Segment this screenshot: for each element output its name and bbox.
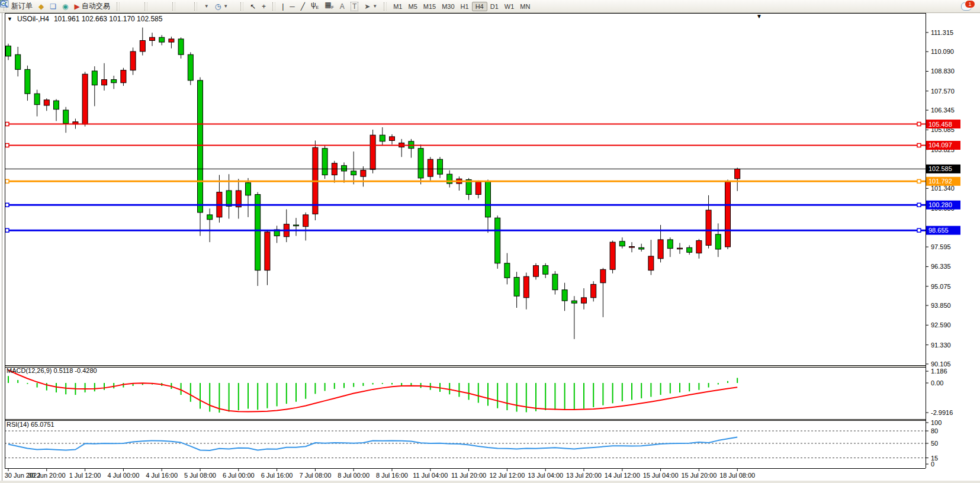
autoscroll-button[interactable] [179,0,185,12]
vertical-line-icon: | [282,3,284,10]
fibonacci-icon: ψE [311,1,319,11]
arrows-icon: ➤ [364,3,370,10]
new-chart-button[interactable]: ▼ [201,0,212,12]
chat-icon: 1 [961,2,972,11]
chart-ohlc-values: 101.961 102.663 101.170 102.585 [54,15,163,23]
fibo-grid-tool[interactable]: ▦F [322,0,337,12]
chevron-down-icon: ▼ [372,4,377,9]
toolbar-grip[interactable] [384,2,387,11]
zoom-in-button[interactable] [151,0,157,12]
toolbar-grip[interactable] [172,2,175,11]
tim eframe-m15[interactable]: M15 [420,2,439,11]
mt4-window: 新订单 ◆ ❏ ◉ ▶ 自动交易 [0,0,980,483]
fibonacci-tool[interactable]: ψE [308,0,322,12]
chevron-down-icon: ▼ [204,4,209,9]
bar-chart-button[interactable] [123,0,129,12]
notifications-button[interactable]: 1 [958,0,975,12]
zoom-out-button[interactable] [157,0,163,12]
cursor-icon: ↖ [250,3,256,10]
candlestick-button[interactable] [129,0,135,12]
timeframe-m30[interactable]: M30 [439,2,457,11]
timeframe-d1[interactable]: D1 [487,2,502,11]
timeframe-h1[interactable]: H1 [458,2,472,11]
resistance-line-1-handle[interactable] [917,123,921,126]
resistance-line-1-handle[interactable] [5,123,9,126]
main-toolbar: 新订单 ◆ ❏ ◉ ▶ 自动交易 [0,0,980,13]
pivot-line-handle[interactable] [5,179,9,183]
notification-badge: 1 [965,0,975,8]
new-order-button[interactable]: 新订单 [8,0,36,12]
chart-symbol-period: USOil-,H4 [17,15,49,23]
crosshair-icon: + [262,3,266,10]
autotrade-icon: ▶ [74,3,79,10]
chart-shift-button[interactable] [185,0,191,12]
chart-info-line: ▼ USOil-,H4 101.961 102.663 101.170 102.… [7,15,162,23]
support-line-1-handle[interactable] [5,203,9,207]
horizontal-line-icon: ─ [290,3,295,10]
broadcast-icon: ◉ [62,3,68,10]
time-axis[interactable] [5,468,926,481]
vertical-line-tool[interactable]: | [279,0,287,12]
rsi-indicator-label: RSI(14) 65.0751 [7,421,54,428]
toolbar-grip[interactable] [194,2,197,11]
text-label-icon: T [351,2,358,11]
timeframe-h4[interactable]: H4 [472,2,487,11]
trendline-icon: ╱ [301,3,305,10]
text-label-tool[interactable]: T [348,0,361,12]
pane-splitter-rsi[interactable] [5,418,926,421]
market-watch-icon: ◆ [38,3,44,10]
period-button[interactable]: ◷ ▼ [212,0,231,12]
price-axis[interactable] [926,13,980,468]
text-tool[interactable]: A [337,0,348,12]
one-click-trading-toggle[interactable]: ▼ [7,16,12,22]
tile-windows-button[interactable] [163,0,169,12]
timeframe-m5[interactable]: M5 [405,2,420,11]
crosshair-tool-button[interactable]: + [259,0,269,12]
pane-splitter-macd[interactable] [5,365,926,368]
search-button[interactable] [952,0,958,12]
timeframe-toolbar: M1 M5 M15 M30 H1 H4 D1 W1 MN [388,0,535,12]
text-tool-icon: A [340,2,345,11]
chart-window: 111.315110.090108.830107.570106.345105.0… [0,0,980,483]
fibo-grid-icon: ▦F [324,1,334,11]
navigator-icon: ❏ [50,3,56,10]
clock-icon: ◷ [215,3,221,10]
cursor-tool-button[interactable]: ↖ [247,0,259,12]
toolbar-grip[interactable] [117,2,120,11]
resistance-line-2-handle[interactable] [5,143,9,147]
search-icon [0,0,8,8]
navigator-button[interactable]: ❏ [47,0,59,12]
support-line-1-handle[interactable] [917,203,921,207]
arrows-tool[interactable]: ➤ ▼ [361,0,380,12]
terminal-button[interactable]: ◉ [59,0,71,12]
chevron-down-icon: ▼ [223,4,228,9]
macd-indicator-label: MACD(12,26,9) 0.5118 -0.4280 [7,367,97,374]
chart-shift-marker[interactable]: ▼ [756,13,762,20]
timeframe-m1[interactable]: M1 [390,2,405,11]
pivot-line-handle[interactable] [917,179,921,183]
toolbar-grip[interactable] [272,2,275,11]
toolbar-grip[interactable] [144,2,147,11]
chart-surface[interactable]: 111.315110.090108.830107.570106.345105.0… [0,0,980,483]
line-chart-button[interactable] [135,0,141,12]
template-button[interactable] [231,0,237,12]
timeframe-mn[interactable]: MN [517,2,533,11]
timeframe-w1[interactable]: W1 [502,2,518,11]
toolbar-grip[interactable] [240,2,243,11]
horizontal-line-tool[interactable]: ─ [287,0,298,12]
market-watch-button[interactable]: ◆ [36,0,47,12]
trendline-tool[interactable]: ╱ [298,0,308,12]
support-line-2-handle[interactable] [5,228,9,232]
autotrade-button[interactable]: ▶ 自动交易 [71,0,113,12]
resistance-line-2-handle[interactable] [917,143,921,147]
support-line-2-handle[interactable] [917,228,921,232]
